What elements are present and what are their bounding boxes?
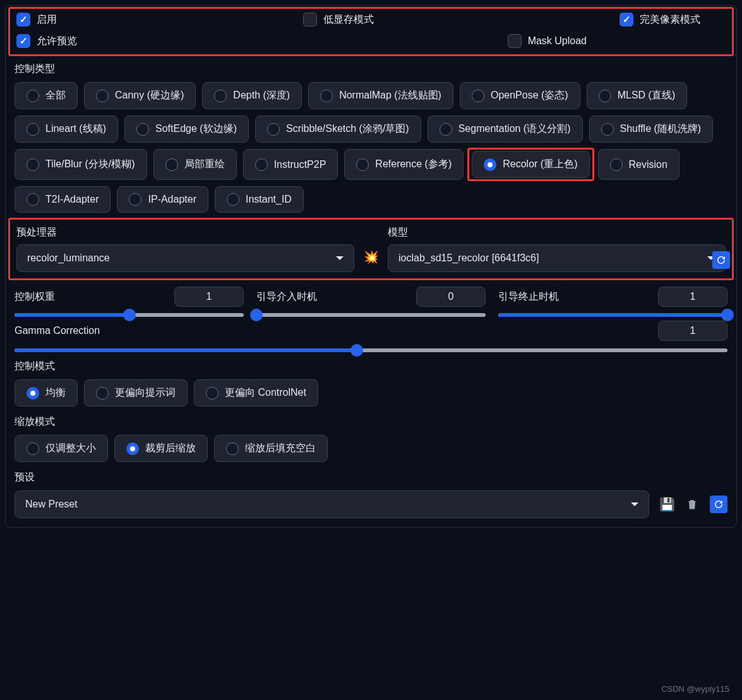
- radio-option[interactable]: 更偏向提示词: [84, 379, 188, 406]
- check-icon: [16, 13, 30, 27]
- model-label: 模型: [388, 226, 726, 239]
- radio-option[interactable]: OpenPose (姿态): [460, 82, 580, 109]
- radio-icon: [356, 158, 369, 171]
- radio-icon: [27, 193, 39, 206]
- radio-icon: [27, 123, 39, 136]
- radio-option[interactable]: 裁剪后缩放: [114, 435, 208, 462]
- radio-icon: [136, 123, 149, 136]
- radio-option[interactable]: MLSD (直线): [587, 82, 688, 109]
- gamma-label: Gamma Correction: [15, 325, 100, 336]
- radio-label: 缩放后填充空白: [245, 442, 316, 455]
- radio-icon: [610, 158, 623, 171]
- radio-label: SoftEdge (软边缘): [155, 122, 237, 136]
- radio-icon: [96, 387, 109, 400]
- radio-option[interactable]: 局部重绘: [153, 149, 237, 180]
- selected-highlight: Recolor (重上色): [467, 148, 594, 181]
- refresh-model-button[interactable]: [712, 251, 730, 269]
- radio-option[interactable]: 全部: [15, 82, 78, 109]
- radio-icon: [484, 158, 496, 171]
- checkbox-mask-upload[interactable]: Mask Upload: [508, 34, 587, 48]
- radio-option[interactable]: Instant_ID: [215, 186, 304, 213]
- radio-option[interactable]: Recolor (重上色): [472, 151, 589, 178]
- preset-select[interactable]: New Preset: [15, 490, 649, 518]
- radio-label: T2I-Adapter: [45, 194, 99, 205]
- radio-icon: [27, 158, 39, 171]
- radio-option[interactable]: Revision: [598, 149, 679, 180]
- checkbox-low-vram[interactable]: 低显存模式: [303, 13, 374, 27]
- radio-icon: [27, 90, 39, 102]
- guidance-end-slider[interactable]: [498, 313, 727, 317]
- radio-icon: [27, 442, 39, 455]
- guidance-end-label: 引导终止时机: [498, 290, 559, 304]
- gamma-slider[interactable]: [15, 348, 727, 352]
- radio-icon: [214, 90, 227, 102]
- checkbox-perfect-pixel[interactable]: 完美像素模式: [619, 13, 700, 27]
- save-preset-button[interactable]: 💾: [659, 497, 674, 512]
- check-icon: [508, 34, 522, 48]
- preset-label: 预设: [15, 471, 727, 484]
- radio-option[interactable]: T2I-Adapter: [15, 186, 111, 213]
- control-type-label: 控制类型: [15, 62, 727, 76]
- radio-option[interactable]: Scribble/Sketch (涂鸦/草图): [255, 116, 421, 143]
- checkbox-label: 低显存模式: [323, 13, 374, 27]
- select-value: New Preset: [25, 499, 78, 510]
- radio-icon: [227, 193, 239, 206]
- checkbox-enable[interactable]: 启用: [16, 13, 57, 27]
- radio-label: 均衡: [45, 386, 66, 400]
- refresh-preset-button[interactable]: [710, 495, 727, 513]
- radio-icon: [440, 123, 452, 136]
- radio-option[interactable]: Shuffle (随机洗牌): [589, 116, 714, 143]
- control-type-radios: 全部Canny (硬边缘)Depth (深度)NormalMap (法线贴图)O…: [15, 82, 727, 213]
- radio-label: Instant_ID: [246, 194, 292, 205]
- delete-preset-button[interactable]: [685, 497, 700, 512]
- radio-label: Segmentation (语义分割): [458, 122, 571, 136]
- control-mode-radios: 均衡更偏向提示词更偏向 ControlNet: [15, 379, 727, 406]
- gamma-value[interactable]: 1: [658, 321, 727, 341]
- check-icon: [303, 13, 317, 27]
- radio-option[interactable]: Lineart (线稿): [15, 116, 118, 143]
- radio-label: 更偏向 ControlNet: [225, 386, 306, 400]
- checkbox-label: 允许预览: [37, 35, 77, 48]
- radio-option[interactable]: Tile/Blur (分块/模糊): [15, 149, 147, 180]
- radio-option[interactable]: 均衡: [15, 379, 78, 406]
- control-mode-label: 控制模式: [15, 360, 727, 373]
- controlnet-panel: 启用 低显存模式 完美像素模式 允许预览 Mask Upload: [5, 5, 737, 528]
- radio-icon: [96, 90, 109, 102]
- radio-option[interactable]: 更偏向 ControlNet: [194, 379, 318, 406]
- resize-mode-radios: 仅调整大小裁剪后缩放缩放后填充空白: [15, 435, 727, 462]
- checkbox-label: 启用: [37, 13, 57, 27]
- radio-icon: [206, 387, 218, 400]
- radio-label: Canny (硬边缘): [115, 89, 184, 102]
- checkbox-label: 完美像素模式: [640, 13, 700, 27]
- radio-option[interactable]: Depth (深度): [202, 82, 302, 109]
- weight-value[interactable]: 1: [174, 287, 244, 307]
- radio-option[interactable]: InstructP2P: [243, 149, 338, 180]
- radio-label: Reference (参考): [375, 158, 452, 171]
- check-icon: [16, 34, 30, 48]
- checkbox-highlight: 启用 低显存模式 完美像素模式 允许预览 Mask Upload: [8, 7, 734, 56]
- radio-option[interactable]: Segmentation (语义分割): [428, 116, 583, 143]
- radio-option[interactable]: SoftEdge (软边缘): [124, 116, 249, 143]
- checkbox-allow-preview[interactable]: 允许预览: [16, 34, 77, 48]
- preprocessor-label: 预处理器: [16, 226, 354, 239]
- radio-label: IP-Adapter: [148, 194, 196, 205]
- radio-option[interactable]: 仅调整大小: [15, 435, 108, 462]
- radio-option[interactable]: Reference (参考): [344, 149, 464, 180]
- radio-icon: [255, 158, 268, 171]
- radio-label: 全部: [45, 89, 66, 102]
- guidance-start-label: 引导介入时机: [256, 290, 317, 304]
- guidance-start-slider[interactable]: [256, 313, 486, 317]
- radio-option[interactable]: IP-Adapter: [117, 186, 208, 213]
- radio-label: Depth (深度): [233, 89, 290, 102]
- checkbox-label: Mask Upload: [528, 35, 587, 47]
- radio-option[interactable]: 缩放后填充空白: [214, 435, 328, 462]
- radio-label: MLSD (直线): [618, 89, 676, 102]
- radio-icon: [165, 158, 178, 171]
- guidance-end-value[interactable]: 1: [658, 287, 727, 307]
- radio-label: Recolor (重上色): [503, 158, 577, 171]
- radio-option[interactable]: NormalMap (法线贴图): [308, 82, 453, 109]
- radio-label: NormalMap (法线贴图): [339, 89, 441, 102]
- radio-option[interactable]: Canny (硬边缘): [84, 82, 196, 109]
- guidance-start-value[interactable]: 0: [416, 287, 486, 307]
- weight-slider[interactable]: [15, 313, 244, 317]
